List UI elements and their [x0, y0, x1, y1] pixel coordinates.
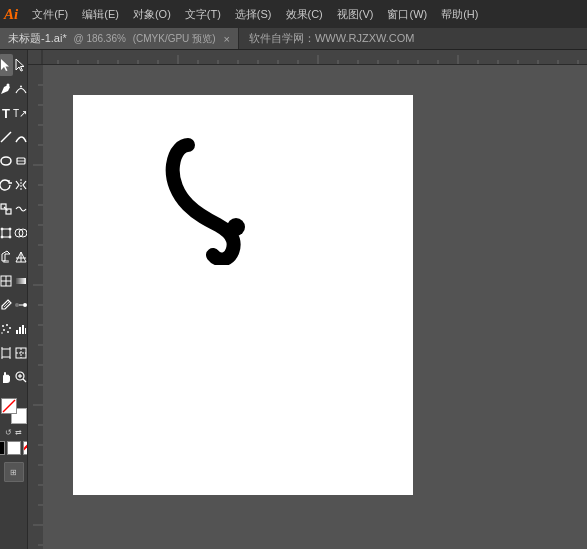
- color-controls: ↺ ⇄: [5, 428, 22, 437]
- drawing-canvas[interactable]: [43, 65, 587, 549]
- type-on-path-tool[interactable]: T↗: [13, 102, 27, 124]
- fill-color-box[interactable]: [1, 398, 17, 414]
- arc-tool[interactable]: [14, 126, 28, 148]
- svg-rect-24: [16, 278, 26, 284]
- type-tool[interactable]: T: [0, 102, 12, 124]
- live-paint-bucket-tool[interactable]: [0, 246, 13, 268]
- scale-tool[interactable]: [0, 198, 13, 220]
- blend-tool[interactable]: [14, 294, 28, 316]
- tool-row-navigate: [0, 366, 27, 388]
- menu-view[interactable]: 视图(V): [331, 5, 380, 24]
- color-section: ↺ ⇄: [0, 394, 28, 455]
- direct-selection-tool[interactable]: [14, 54, 28, 76]
- symbol-sprayer-tool[interactable]: [0, 318, 13, 340]
- svg-point-1: [20, 86, 22, 88]
- svg-line-51: [3, 400, 15, 412]
- ellipse-tool[interactable]: [0, 150, 13, 172]
- white-swatch[interactable]: [7, 441, 21, 455]
- tool-row-shape: [0, 150, 27, 172]
- menu-bar: Ai 文件(F) 编辑(E) 对象(O) 文字(T) 选择(S) 效果(C) 视…: [0, 0, 587, 28]
- tool-row-livepaint: [0, 246, 27, 268]
- pen-tool[interactable]: [0, 78, 13, 100]
- black-swatch[interactable]: [0, 441, 5, 455]
- tool-row-mesh: [0, 270, 27, 292]
- svg-point-30: [6, 324, 8, 326]
- gradient-tool[interactable]: [14, 270, 28, 292]
- tool-row-pen: [0, 78, 27, 100]
- menu-effect[interactable]: 效果(C): [280, 5, 329, 24]
- menu-help[interactable]: 帮助(H): [435, 5, 484, 24]
- tab-close-btn[interactable]: ×: [223, 33, 229, 45]
- svg-line-2: [1, 132, 11, 142]
- graph-tool[interactable]: [14, 318, 28, 340]
- canvas-area[interactable]: [28, 50, 587, 549]
- zoom-tool[interactable]: [14, 366, 28, 388]
- svg-point-32: [3, 329, 5, 331]
- tool-row-scale: [0, 198, 27, 220]
- svg-point-106: [227, 218, 245, 236]
- svg-point-34: [1, 332, 3, 334]
- menu-select[interactable]: 选择(S): [229, 5, 278, 24]
- selection-tool[interactable]: [0, 54, 13, 76]
- change-screen-mode-btn[interactable]: ⊞: [4, 462, 24, 482]
- svg-rect-81: [28, 65, 43, 549]
- menu-file[interactable]: 文件(F): [26, 5, 74, 24]
- main-menu: 文件(F) 编辑(E) 对象(O) 文字(T) 选择(S) 效果(C) 视图(V…: [26, 5, 484, 24]
- tool-row-line: [0, 126, 27, 148]
- reflect-tool[interactable]: [14, 174, 28, 196]
- svg-point-27: [23, 303, 27, 307]
- svg-rect-36: [19, 327, 21, 334]
- perspective-grid-tool[interactable]: [14, 246, 28, 268]
- fill-stroke-selector[interactable]: [1, 398, 27, 424]
- tool-row-transform: [0, 222, 27, 244]
- svg-point-3: [1, 157, 11, 165]
- eraser-tool[interactable]: [14, 150, 28, 172]
- artboard-tool[interactable]: [0, 342, 13, 364]
- svg-point-14: [9, 236, 11, 238]
- svg-rect-39: [2, 349, 10, 357]
- drawn-shape: [153, 135, 273, 265]
- svg-rect-37: [22, 325, 24, 334]
- warp-tool[interactable]: [14, 198, 28, 220]
- svg-rect-35: [16, 330, 18, 334]
- artboard: [73, 95, 413, 495]
- menu-edit[interactable]: 编辑(E): [76, 5, 125, 24]
- svg-point-29: [2, 325, 4, 327]
- tool-row-type: T T↗: [0, 102, 27, 124]
- main-layout: T T↗: [0, 50, 587, 549]
- app-logo: Ai: [4, 6, 18, 23]
- tool-row-eyedropper: [0, 294, 27, 316]
- curvature-tool[interactable]: [14, 78, 28, 100]
- tool-row-rotate: [0, 174, 27, 196]
- svg-rect-17: [3, 260, 9, 263]
- tool-row-artboard: [0, 342, 27, 364]
- swap-colors-btn[interactable]: ⇄: [15, 428, 22, 437]
- svg-line-48: [23, 379, 26, 382]
- rotate-tool[interactable]: [0, 174, 13, 196]
- svg-point-13: [1, 236, 3, 238]
- svg-point-0: [7, 84, 10, 87]
- svg-point-11: [1, 228, 3, 230]
- svg-rect-10: [2, 229, 10, 237]
- svg-point-31: [9, 327, 11, 329]
- svg-point-33: [7, 331, 9, 333]
- slice-tool[interactable]: [14, 342, 28, 364]
- svg-point-12: [9, 228, 11, 230]
- free-transform-tool[interactable]: [0, 222, 13, 244]
- tab-website: 软件自学网：WWW.RJZXW.COM: [239, 31, 415, 46]
- eyedropper-tool[interactable]: [0, 294, 13, 316]
- active-tab[interactable]: 未标题-1.ai* @ 186.36% (CMYK/GPU 预览) ×: [0, 28, 239, 49]
- menu-type[interactable]: 文字(T): [179, 5, 227, 24]
- tab-filename: 未标题-1.ai*: [8, 31, 67, 46]
- svg-point-26: [15, 303, 19, 307]
- mesh-tool[interactable]: [0, 270, 13, 292]
- menu-window[interactable]: 窗口(W): [381, 5, 433, 24]
- tab-colormode: (CMYK/GPU 预览): [130, 32, 216, 46]
- vertical-ruler: [28, 65, 43, 549]
- reset-colors-btn[interactable]: ↺: [5, 428, 12, 437]
- svg-rect-52: [28, 50, 587, 65]
- shape-builder-tool[interactable]: [14, 222, 28, 244]
- hand-tool[interactable]: [0, 366, 13, 388]
- menu-object[interactable]: 对象(O): [127, 5, 177, 24]
- line-segment-tool[interactable]: [0, 126, 13, 148]
